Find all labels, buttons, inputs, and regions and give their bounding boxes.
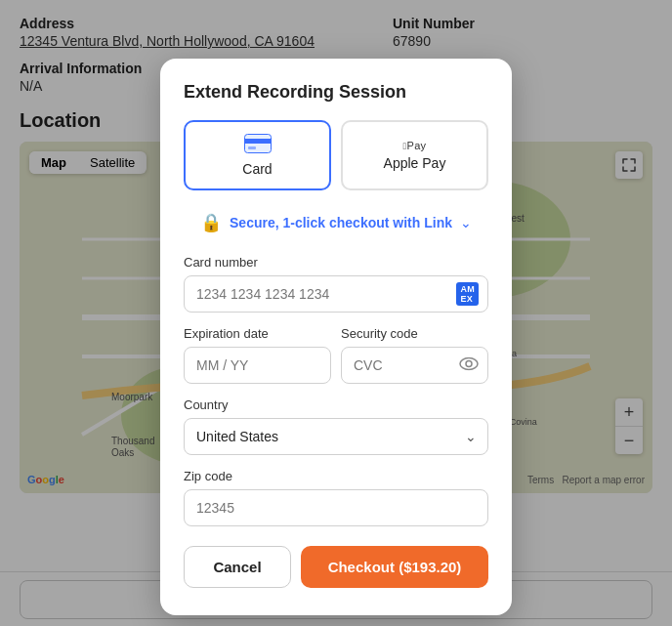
card-icon — [244, 134, 272, 157]
modal-title: Extend Recording Session — [184, 82, 488, 103]
secure-link-row[interactable]: 🔒 Secure, 1-click checkout with Link ⌄ — [184, 206, 488, 239]
country-field: Country United States Canada United King… — [184, 397, 488, 455]
amex-badge: AMEX — [456, 282, 479, 306]
zip-field: Zip code — [184, 469, 488, 540]
lock-icon: 🔒 — [200, 212, 222, 233]
card-payment-tab[interactable]: Card — [184, 120, 331, 190]
secure-text: Secure, 1-click checkout with Link — [230, 215, 452, 230]
checkout-button[interactable]: Checkout ($193.20) — [301, 546, 488, 588]
expiry-cvc-row: Expiration date Security code — [184, 326, 488, 384]
country-select[interactable]: United States Canada United Kingdom Aust… — [184, 418, 488, 455]
svg-rect-46 — [248, 146, 256, 149]
zip-label: Zip code — [184, 469, 488, 483]
chevron-down-icon: ⌄ — [460, 215, 472, 230]
applepay-icon: Pay — [403, 140, 427, 151]
payment-tabs: Card Pay Apple Pay — [184, 120, 488, 190]
applepay-tab-label: Apple Pay — [384, 155, 446, 171]
eye-icon — [459, 355, 479, 376]
cvc-label: Security code — [341, 326, 488, 341]
modal-actions: Cancel Checkout ($193.20) — [184, 546, 488, 588]
card-number-input[interactable] — [184, 275, 488, 313]
expiry-label: Expiration date — [184, 326, 331, 341]
country-label: Country — [184, 397, 488, 412]
cancel-button[interactable]: Cancel — [184, 546, 291, 588]
zip-input[interactable] — [184, 489, 488, 526]
payment-modal: Extend Recording Session Card Pay Apple… — [160, 59, 512, 615]
svg-rect-45 — [244, 139, 272, 144]
expiry-input[interactable] — [184, 347, 331, 384]
card-number-label: Card number — [184, 255, 488, 270]
card-tab-label: Card — [242, 161, 272, 177]
modal-overlay: Extend Recording Session Card Pay Apple… — [0, 0, 672, 626]
svg-point-47 — [460, 358, 478, 370]
applepay-payment-tab[interactable]: Pay Apple Pay — [341, 120, 488, 190]
svg-point-48 — [466, 361, 472, 367]
card-number-field: Card number AMEX — [184, 255, 488, 313]
